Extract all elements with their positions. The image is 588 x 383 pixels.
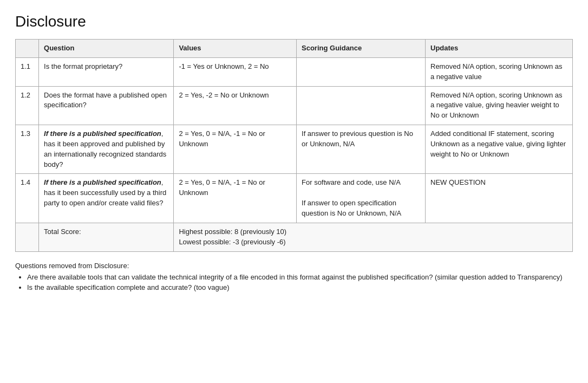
removed-heading: Questions removed from Disclosure: [15,262,573,270]
col-header-num [16,40,39,58]
col-header-scoring: Scoring Guidance [297,40,426,58]
question-italic-bold: If there is a published specification [44,129,161,138]
total-label: Total Score: [39,223,174,251]
removed-list: Are there available tools that can valid… [15,273,573,291]
row-values: 2 = Yes, 0 = N/A, -1 = No or Unknown [174,125,297,174]
row-updates: Added conditional IF statement, scoring … [426,125,573,174]
row-values: 2 = Yes, -2 = No or Unknown [174,86,297,125]
table-row: 1.2 Does the format have a published ope… [16,86,573,125]
row-scoring: For software and code, use N/AIf answer … [297,174,426,223]
row-updates: Removed N/A option, scoring Unknown as a… [426,57,573,86]
question-italic-bold: If there is a published specification [44,178,161,186]
row-updates: NEW QUESTION [426,174,573,223]
row-values: -1 = Yes or Unknown, 2 = No [174,57,297,86]
col-header-question: Question [39,40,174,58]
row-question: Does the format have a published open sp… [39,86,174,125]
row-scoring [297,86,426,125]
table-row: 1.1 Is the format proprietary? -1 = Yes … [16,57,573,86]
col-header-values: Values [174,40,297,58]
total-num [16,223,39,251]
total-value: Highest possible: 8 (previously 10)Lowes… [174,223,573,251]
total-row: Total Score: Highest possible: 8 (previo… [16,223,573,251]
table-row: 1.4 If there is a published specificatio… [16,174,573,223]
page-title: Disclosure [15,13,573,30]
row-updates: Removed N/A option, scoring Unknown as a… [426,86,573,125]
row-question: If there is a published specification, h… [39,174,174,223]
removed-section: Questions removed from Disclosure: Are t… [15,262,573,291]
row-num: 1.2 [16,86,39,125]
row-num: 1.1 [16,57,39,86]
list-item: Is the available specification complete … [27,283,573,291]
row-question: Is the format proprietary? [39,57,174,86]
list-item: Are there available tools that can valid… [27,273,573,281]
table-row: 1.3 If there is a published specificatio… [16,125,573,174]
row-values: 2 = Yes, 0 = N/A, -1 = No or Unknown [174,174,297,223]
row-question: If there is a published specification, h… [39,125,174,174]
row-num: 1.3 [16,125,39,174]
row-scoring [297,57,426,86]
col-header-updates: Updates [426,40,573,58]
row-scoring: If answer to previous question is No or … [297,125,426,174]
disclosure-table: Question Values Scoring Guidance Updates… [15,39,573,252]
row-num: 1.4 [16,174,39,223]
